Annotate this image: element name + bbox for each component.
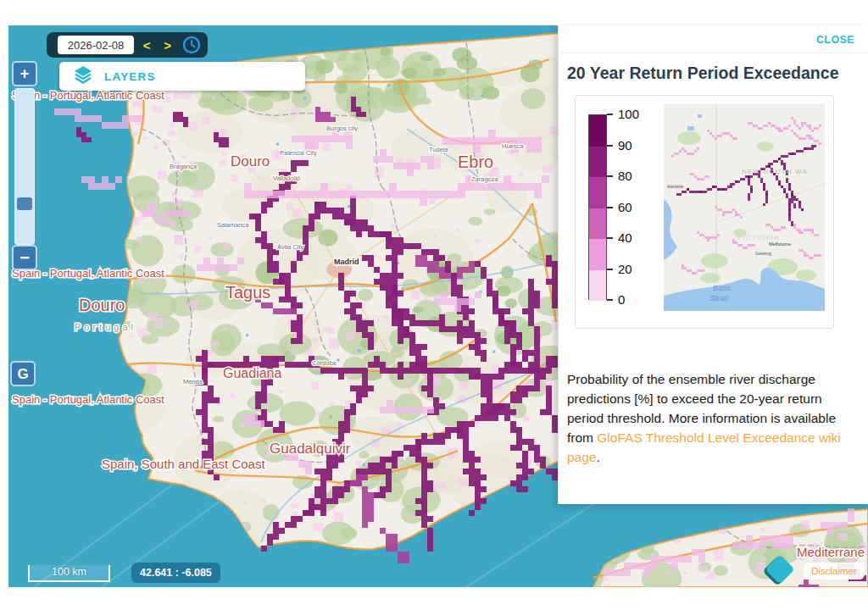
- minimap-label: Melbourne: [769, 241, 791, 247]
- zoom-slider-handle[interactable]: [17, 197, 32, 210]
- legend-figure: 10090806040200 NEW SOUTH WAVICTORIAAdela…: [575, 95, 834, 329]
- legend-segment: [589, 270, 606, 302]
- glofas-map-viewer: Spain - Portugal, Atlantic CoastDouroEbr…: [0, 0, 868, 610]
- map-label-basin: Mediterrane: [797, 545, 865, 559]
- legend-tick-label: 100: [618, 107, 639, 121]
- zoom-in-button[interactable]: +: [12, 61, 37, 86]
- clock-icon: [182, 44, 201, 57]
- legend-tick-label: 80: [618, 169, 632, 183]
- legend-tick: [607, 175, 613, 177]
- minimap-label: Geelong: [755, 251, 771, 256]
- map-label-city: Bragança: [170, 163, 198, 170]
- date-toolbar: < >: [47, 32, 208, 58]
- minimap-label: Bass: [713, 283, 731, 292]
- diamond-icon: [760, 577, 799, 591]
- map-label-country: Portugal: [75, 322, 136, 332]
- map-label-city: Ávila City: [277, 243, 304, 251]
- legend-tick: [607, 114, 613, 115]
- legend-tick-label: 40: [618, 230, 632, 245]
- legend-color-ramp: [588, 114, 607, 300]
- minimap-label: Adelaide: [667, 184, 684, 189]
- minimap-label: VICTORIA: [737, 234, 780, 241]
- minimap-label: Strait: [709, 293, 729, 302]
- scale-bar: 100 km: [28, 565, 110, 582]
- map-label-coast: Spain - Portugal, Atlantic Coast: [12, 393, 164, 406]
- legend-segment: [589, 208, 606, 240]
- cursor-coordinates: 42.641 : -6.085: [131, 563, 220, 583]
- map-label-basin: Guadiana: [223, 366, 281, 380]
- map-label-city: Burgos city: [326, 125, 358, 132]
- description-period: .: [596, 450, 599, 464]
- legend-segment: [589, 115, 606, 147]
- minimap-label: NEW SOUTH WA: [742, 168, 808, 175]
- map-label-city: Zaragoza: [471, 175, 499, 183]
- legend-segment: [589, 177, 606, 208]
- map-label-basin: Ebro: [458, 152, 493, 171]
- graticule-button[interactable]: G: [10, 361, 36, 386]
- map-label-city: Palencia City: [280, 149, 317, 157]
- time-picker-button[interactable]: [182, 36, 201, 54]
- map-label-city-major: Madrid: [334, 258, 359, 266]
- map-label-city: Salamanca: [217, 221, 249, 229]
- legend-tick: [607, 145, 613, 147]
- legend-colorbar: 10090806040200: [584, 114, 657, 319]
- legend-tick: [607, 207, 613, 208]
- disclaimer-link[interactable]: Disclaimer: [804, 563, 865, 580]
- map-label-basin: Douro: [79, 296, 125, 314]
- layers-button-label: LAYERS: [104, 70, 156, 83]
- map-label-city: Tudela: [429, 146, 448, 153]
- legend-segment: [589, 147, 606, 178]
- map-label-basin: Guadalquivir: [270, 441, 351, 457]
- wiki-link[interactable]: GloFAS Threshold Level Exceedance wiki p…: [567, 430, 841, 464]
- attribution-toggle-button[interactable]: [760, 550, 799, 592]
- layer-description: Probability of the ensemble river discha…: [567, 369, 856, 467]
- map-label-coast: Spain - Portugal, Atlantic Coast: [12, 89, 164, 102]
- date-input[interactable]: [58, 36, 134, 54]
- map-label-basin: Douro: [231, 153, 270, 169]
- layer-info-panel: CLOSE 20 Year Return Period Exceedance 1…: [558, 25, 868, 504]
- panel-title: 20 Year Return Period Exceedance: [567, 64, 856, 83]
- map-label-city: Mérida: [183, 378, 203, 385]
- legend-tick-label: 90: [618, 138, 632, 152]
- map-label-city: Córdoba: [312, 359, 337, 367]
- zoom-out-button[interactable]: −: [12, 245, 37, 270]
- legend-tick-label: 0: [618, 292, 625, 307]
- legend-tick-label: 60: [618, 200, 632, 214]
- legend-tick: [607, 269, 613, 270]
- map-label-city: Huesca: [502, 142, 524, 150]
- close-panel-button[interactable]: CLOSE: [816, 34, 854, 46]
- layers-icon: [73, 65, 93, 87]
- map-label-city: Valladolid: [273, 175, 300, 182]
- next-day-button[interactable]: >: [160, 39, 176, 52]
- previous-day-button[interactable]: <: [139, 39, 155, 52]
- legend-tick: [607, 237, 613, 239]
- map-label-basin: Tagus: [225, 283, 270, 302]
- zoom-slider-track[interactable]: [14, 88, 35, 245]
- layers-button[interactable]: LAYERS: [59, 62, 305, 91]
- legend-tick: [607, 299, 613, 301]
- panel-header: CLOSE: [559, 25, 868, 53]
- overview-minimap: NEW SOUTH WAVICTORIAAdelaideMelbourneGee…: [664, 104, 825, 311]
- legend-segment: [589, 239, 606, 270]
- legend-tick-label: 20: [618, 262, 632, 276]
- map-label-coast: Spain, South and East Coast: [102, 457, 265, 471]
